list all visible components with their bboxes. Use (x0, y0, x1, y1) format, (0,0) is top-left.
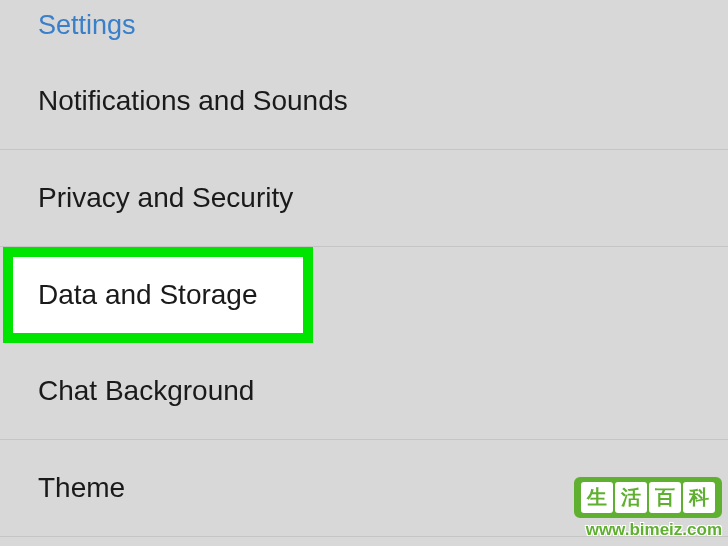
item-label: Chat Background (38, 375, 254, 407)
watermark-char: 科 (683, 482, 715, 513)
highlighted-item-wrapper: Data and Storage (0, 247, 728, 343)
settings-item-notifications[interactable]: Notifications and Sounds (0, 53, 728, 150)
watermark-char: 生 (581, 482, 613, 513)
watermark-char: 活 (615, 482, 647, 513)
settings-item-chat-background[interactable]: Chat Background (0, 343, 728, 440)
watermark-url: www.bimeiz.com (574, 520, 722, 540)
item-label: Privacy and Security (38, 182, 293, 214)
section-header: Settings (0, 0, 728, 53)
item-label: Data and Storage (38, 279, 258, 311)
item-label: Notifications and Sounds (38, 85, 348, 117)
watermark: 生 活 百 科 www.bimeiz.com (574, 477, 722, 540)
watermark-char: 百 (649, 482, 681, 513)
item-label: Theme (38, 472, 125, 504)
watermark-logo: 生 活 百 科 (574, 477, 722, 518)
section-title: Settings (38, 10, 136, 40)
watermark-chars: 生 活 百 科 (581, 482, 715, 513)
settings-item-data-storage[interactable]: Data and Storage (0, 247, 728, 343)
settings-item-privacy[interactable]: Privacy and Security (0, 150, 728, 247)
